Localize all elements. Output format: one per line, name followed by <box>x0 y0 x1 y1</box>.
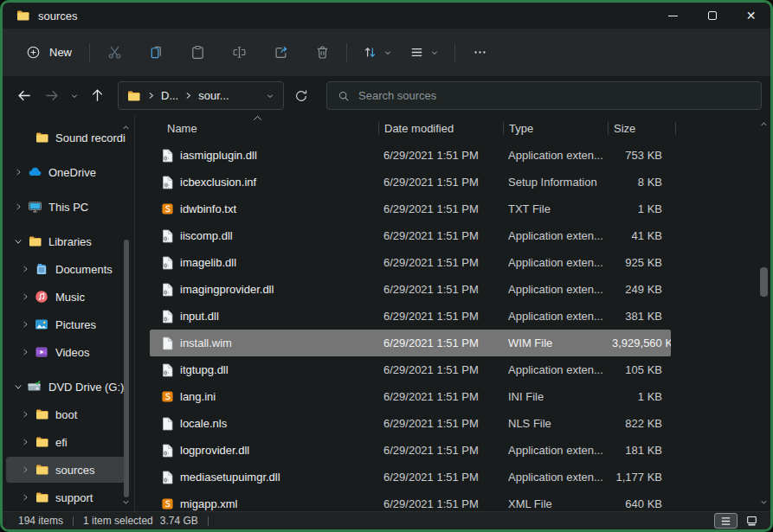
column-header-size[interactable]: Size <box>609 115 676 142</box>
file-row-icbexclusion-inf[interactable]: icbexclusion.inf6/29/2021 1:51 PMSetup I… <box>150 169 671 195</box>
file-row-locale-nls[interactable]: locale.nls6/29/2021 1:51 PMNLS File822 K… <box>150 410 671 437</box>
copy-icon <box>148 44 164 61</box>
scroll-up-icon[interactable] <box>760 120 768 128</box>
chevron-right-icon[interactable] <box>18 493 32 502</box>
scroll-up-icon[interactable] <box>122 124 130 131</box>
cut-button[interactable] <box>97 37 132 68</box>
file-row-imagelib-dll[interactable]: imagelib.dll6/29/2021 1:51 PMApplication… <box>150 249 671 276</box>
file-date-modified: 6/29/2021 1:51 PM <box>383 390 508 403</box>
sidebar-scrollbar[interactable] <box>121 115 132 511</box>
chevron-down-icon[interactable] <box>11 382 25 391</box>
file-name-cell: migapp.xml <box>150 497 383 510</box>
chevron-right-icon[interactable] <box>18 465 32 474</box>
sidebar-item-label: DVD Drive (G:) W <box>48 381 126 394</box>
minimize-icon <box>668 16 678 16</box>
more-options-button[interactable] <box>462 37 497 68</box>
sidebar-item-dvd-drive-g-w[interactable]: DVD Drive (G:) W <box>6 374 126 400</box>
scroll-down-icon[interactable] <box>122 498 130 506</box>
file-row-logprovider-dll[interactable]: logprovider.dll6/29/2021 1:51 PMApplicat… <box>150 437 671 464</box>
sidebar-item-efi[interactable]: efi <box>6 429 126 455</box>
large-icons-view-button[interactable] <box>740 513 763 529</box>
address-bar[interactable]: D... sour... <box>118 81 284 110</box>
file-row-imagingprovider-dll[interactable]: imagingprovider.dll6/29/2021 1:51 PMAppl… <box>150 276 671 303</box>
chevron-down-icon <box>383 48 393 58</box>
chevron-down-icon[interactable] <box>265 91 275 101</box>
sidebar-item-videos[interactable]: Videos <box>6 339 126 365</box>
file-row-idwbinfo-txt[interactable]: idwbinfo.txt6/29/2021 1:51 PMTXT File1 K… <box>150 195 671 222</box>
file-row-mediasetupuimgr-dll[interactable]: mediasetupuimgr.dll6/29/2021 1:51 PMAppl… <box>150 464 671 490</box>
sidebar-item-this-pc[interactable]: This PC <box>6 194 126 220</box>
sidebar-item-label: support <box>55 491 93 504</box>
toolbar-divider <box>346 43 347 62</box>
sidebar-item-libraries[interactable]: Libraries <box>6 228 126 254</box>
sort-button[interactable] <box>354 37 401 68</box>
refresh-button[interactable] <box>287 82 314 109</box>
chevron-right-icon[interactable] <box>11 168 25 176</box>
file-row-iiscomp-dll[interactable]: iiscomp.dll6/29/2021 1:51 PMApplication … <box>150 222 671 249</box>
new-button[interactable]: New <box>15 37 82 68</box>
arrow-up-icon <box>89 87 106 104</box>
file-size: 381 KB <box>612 310 671 323</box>
delete-button[interactable] <box>305 37 339 68</box>
sidebar-item-onedrive[interactable]: OneDrive <box>6 159 126 185</box>
search-input[interactable] <box>358 89 751 102</box>
column-header-label: Type <box>509 122 533 135</box>
column-header-row: Name Date modified Type Size <box>135 115 770 142</box>
file-size: 640 KB <box>612 497 671 510</box>
sidebar-item-sources[interactable]: sources <box>6 457 126 483</box>
maximize-button[interactable] <box>692 3 731 29</box>
file-list-scrollbar[interactable] <box>758 115 770 511</box>
file-row-lang-ini[interactable]: lang.ini6/29/2021 1:51 PMINI File1 KB <box>150 383 671 410</box>
chevron-right-icon[interactable] <box>18 265 32 273</box>
file-row-iasmigplugin-dll[interactable]: iasmigplugin.dll6/29/2021 1:51 PMApplica… <box>150 142 671 169</box>
file-type: Application exten... <box>508 444 612 457</box>
column-header-name[interactable]: Name <box>135 115 379 142</box>
back-button[interactable] <box>11 82 38 109</box>
file-row-install-wim[interactable]: install.wim6/29/2021 1:51 PMWIM File3,92… <box>150 330 671 356</box>
chevron-right-icon[interactable] <box>18 438 32 446</box>
breadcrumb-folder[interactable]: sour... <box>198 89 229 102</box>
recent-locations-button[interactable] <box>65 82 84 109</box>
breadcrumb-drive[interactable]: D... <box>161 89 178 102</box>
file-list-scrollbar-thumb[interactable] <box>760 267 768 297</box>
up-button[interactable] <box>84 82 111 109</box>
chevron-down-icon[interactable] <box>11 237 25 246</box>
scroll-down-icon[interactable] <box>760 498 768 506</box>
rename-button[interactable] <box>222 37 256 68</box>
refresh-icon <box>293 88 309 104</box>
forward-button[interactable] <box>38 82 65 109</box>
sidebar-item-boot[interactable]: boot <box>6 401 126 427</box>
file-date-modified: 6/29/2021 1:51 PM <box>383 310 508 323</box>
file-type: Application exten... <box>508 256 612 269</box>
share-button[interactable] <box>263 37 298 68</box>
minimize-button[interactable] <box>654 3 692 29</box>
chevron-right-icon[interactable] <box>18 410 32 419</box>
file-row-migapp-xml[interactable]: migapp.xml6/29/2021 1:51 PMXML File640 K… <box>150 490 671 511</box>
search-box[interactable] <box>326 81 762 110</box>
chevron-right-icon[interactable] <box>18 348 32 356</box>
close-button[interactable]: ✕ <box>731 3 770 29</box>
sidebar-scrollbar-thumb[interactable] <box>124 240 129 497</box>
cut-icon <box>106 44 123 61</box>
sidebar-item-label: Libraries <box>48 235 92 248</box>
sidebar-item-pictures[interactable]: Pictures <box>6 311 126 337</box>
column-header-date-modified[interactable]: Date modified <box>379 115 504 142</box>
chevron-right-icon[interactable] <box>18 320 32 329</box>
sidebar-item-support[interactable]: support <box>6 484 126 510</box>
copy-button[interactable] <box>138 37 173 68</box>
sidebar-item-documents[interactable]: Documents <box>6 256 126 282</box>
view-button[interactable] <box>401 37 448 68</box>
paste-button[interactable] <box>180 37 215 68</box>
sidebar-item-music[interactable]: Music <box>6 284 126 310</box>
file-row-itgtupg-dll[interactable]: itgtupg.dll6/29/2021 1:51 PMApplication … <box>150 356 671 383</box>
explorer-body: Sound recordinOneDriveThis PCLibrariesDo… <box>3 115 770 511</box>
status-bar: 194 items 1 item selected 3.74 GB <box>3 511 770 529</box>
file-name: locale.nls <box>180 417 227 430</box>
column-header-type[interactable]: Type <box>504 115 609 142</box>
sidebar-item-sound-recordin[interactable]: Sound recordin <box>6 125 126 151</box>
file-name-cell: install.wim <box>150 337 383 350</box>
chevron-right-icon[interactable] <box>18 292 32 301</box>
file-row-input-dll[interactable]: input.dll6/29/2021 1:51 PMApplication ex… <box>150 303 671 330</box>
chevron-right-icon[interactable] <box>11 202 25 211</box>
details-view-button[interactable] <box>714 513 738 529</box>
